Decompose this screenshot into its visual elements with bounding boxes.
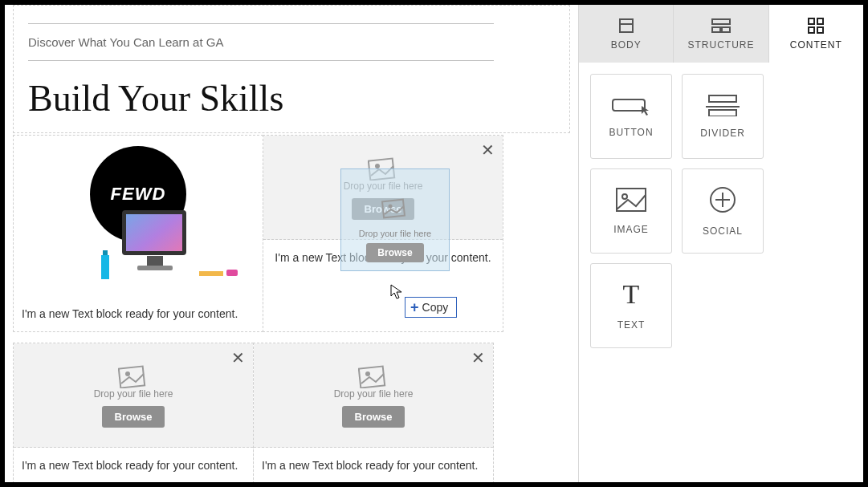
widget-divider[interactable]: DIVIDER [682,74,764,159]
content-row: ✕ Drop your file here Browse I'm a new T… [13,343,570,482]
text-icon: T [623,281,640,308]
sidebar-tabs: BODY STRUCTURE CONTENT [579,5,863,63]
tab-label: STRUCTURE [687,39,754,51]
app-frame: Discover What You Can Learn at GA Build … [5,5,863,482]
fewd-badge-text: FEWD [111,184,166,205]
bottle-icon [101,255,109,279]
content-row: FEWD I'm a new Text block ready for your… [13,135,570,331]
svg-point-5 [365,371,370,376]
widget-label: SOCIAL [703,225,743,237]
eraser-icon [226,270,238,276]
content-cell[interactable]: ✕ Drop your file here Browse I'm a new T… [13,343,254,482]
subheading-text[interactable]: Discover What You Can Learn at GA [28,35,555,49]
svg-rect-12 [722,27,730,32]
text-block[interactable]: I'm a new Text block ready for your cont… [14,448,253,482]
monitor-icon [122,210,186,255]
image-dropzone[interactable]: ✕ Drop your file here Browse [14,343,253,448]
image-placeholder-icon [358,363,389,388]
header-block[interactable]: Discover What You Can Learn at GA Build … [13,5,570,133]
text-block[interactable]: I'm a new Text block ready for your cont… [14,296,263,331]
cursor-icon [390,284,403,303]
horizontal-rule [28,23,494,24]
image-slot[interactable]: FEWD [14,136,263,296]
structure-icon [711,17,731,34]
close-icon[interactable]: ✕ [231,350,245,366]
text-block[interactable]: I'm a new Text block ready for your cont… [254,448,493,482]
image-dropzone[interactable]: ✕ Drop your file here Browse [254,343,493,448]
copy-tooltip: + Copy [405,297,457,318]
body-icon [617,17,635,34]
browse-button[interactable]: Browse [342,406,405,428]
widget-label: IMAGE [613,224,649,235]
svg-point-3 [125,371,130,376]
drop-hint: Drop your file here [94,388,173,400]
divider-icon [704,94,741,116]
widget-label: DIVIDER [700,128,745,139]
tab-body[interactable]: BODY [579,5,674,63]
drop-hint: Drop your file here [334,388,414,400]
sidebar: BODY STRUCTURE CONTENT BUTTON [578,5,863,482]
svg-rect-15 [809,27,814,33]
horizontal-rule [28,60,494,61]
image-placeholder-icon [118,363,149,388]
svg-rect-20 [709,110,736,116]
browse-button[interactable]: Browse [102,406,165,428]
svg-point-7 [389,205,393,209]
tab-structure[interactable]: STRUCTURE [674,5,768,63]
widget-button[interactable]: BUTTON [590,74,672,159]
image-placeholder-icon [381,197,409,222]
svg-rect-11 [712,27,720,32]
tab-content[interactable]: CONTENT [769,5,863,63]
drop-hint: Drop your file here [359,229,432,238]
headline-text[interactable]: Build Your Skills [28,77,555,120]
content-cell[interactable]: FEWD I'm a new Text block ready for your… [13,135,263,332]
content-cell[interactable]: ✕ Drop your file here Browse I'm a new T… [253,343,494,482]
widget-text[interactable]: T TEXT [590,263,672,348]
social-icon [708,185,737,214]
svg-rect-8 [620,19,633,32]
widget-social[interactable]: SOCIAL [682,168,764,254]
plus-icon: + [410,300,419,315]
editor-canvas[interactable]: Discover What You Can Learn at GA Build … [5,5,578,482]
widget-label: BUTTON [609,127,653,138]
svg-rect-14 [817,18,823,24]
widget-palette: BUTTON DIVIDER IMAGE SOCIAL [579,63,863,359]
tab-label: CONTENT [790,39,842,51]
svg-rect-13 [809,18,814,24]
button-icon [611,95,651,116]
fewd-illustration: FEWD [58,146,218,290]
drag-ghost: Drop your file here Browse [340,168,450,271]
close-icon[interactable]: ✕ [481,142,495,158]
close-icon[interactable]: ✕ [471,350,485,366]
tab-label: BODY [611,39,642,51]
widget-label: TEXT [617,319,646,331]
pencil-icon [199,271,223,276]
svg-rect-17 [613,99,645,111]
svg-rect-10 [712,19,730,24]
widget-image[interactable]: IMAGE [590,168,672,254]
svg-rect-16 [817,27,823,33]
svg-rect-18 [709,95,736,102]
browse-button: Browse [366,243,423,262]
svg-point-22 [622,194,627,199]
copy-tooltip-label: Copy [422,301,449,314]
image-icon [615,187,647,213]
content-icon [807,17,825,34]
